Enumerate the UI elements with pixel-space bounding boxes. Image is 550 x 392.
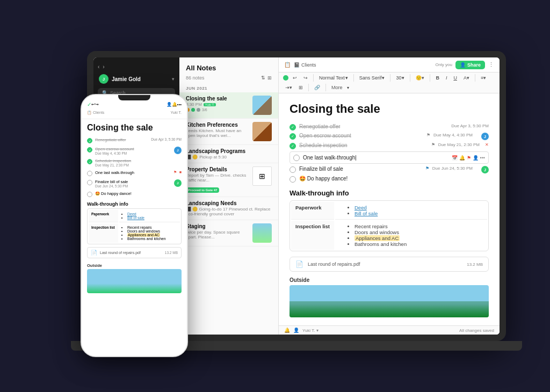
progress-1: 3/6 (202, 108, 207, 112)
task-row-1: ✓ Renegotiate offer Due Apr 3, 5:30 PM (290, 122, 489, 132)
calendar-icon-4[interactable]: 📅 (452, 155, 458, 161)
font-chevron-icon: ▾ (382, 75, 385, 81)
phone-link-bill[interactable]: Bill of sale (127, 216, 144, 220)
highlight-appliances: Appliances and AC (354, 235, 400, 241)
editor-topbar: 📋 📓 Clients Only you 👤 Share (279, 57, 500, 72)
italic-btn[interactable]: I (444, 74, 450, 82)
status-user[interactable]: Yuki T. ▾ (302, 328, 319, 333)
phone-task-due-5: Due Jun 24, 5:30 PM (95, 184, 171, 188)
status-user-chevron: ▾ (316, 328, 319, 333)
task-check-4[interactable] (293, 155, 300, 161)
phone-redo-icon[interactable]: ↪ (95, 102, 99, 107)
attachment-row[interactable]: 📄 Last round of repairs.pdf 13.2 MB (290, 257, 489, 272)
view-icon[interactable]: ⊞ (267, 75, 272, 81)
task-row-6: 🤩 Do happy dance! (290, 175, 489, 184)
note-title-6: Staging (186, 223, 249, 229)
redo-btn[interactable]: ↪ (301, 74, 310, 82)
task-check-2[interactable]: ✓ (290, 133, 296, 140)
save-status: All changes saved (459, 328, 494, 333)
task-check-6[interactable] (290, 176, 296, 183)
toolbar-divider-7 (308, 84, 309, 91)
size-dropdown[interactable]: 30 ▾ (394, 74, 407, 82)
status-user-name: Yuki T. (302, 328, 315, 333)
nav-forward-btn[interactable]: › (103, 64, 104, 70)
breadcrumb[interactable]: 📓 Clients (294, 62, 316, 68)
link-bill-of-sale[interactable]: Bill of sale (354, 210, 378, 216)
phone-task-text-2: Open escrow account (95, 147, 171, 151)
phone-task-check-2: ✓ (87, 147, 92, 153)
phone-more-icon[interactable]: ••• (177, 102, 182, 107)
task-check-3[interactable]: ✓ (290, 143, 296, 149)
avatar-icon-status[interactable]: 👤 (293, 328, 299, 333)
note-item-closing[interactable]: Closing the sale 3:30 PM Yuki T. 3/6 (179, 92, 278, 119)
notes-filter-icons[interactable]: ⇅ ⊞ (261, 75, 272, 81)
notes-group-label: JUN 2021 (179, 83, 278, 92)
more-options-icon[interactable]: ⋮ (488, 61, 494, 68)
color-btn[interactable]: A▾ (461, 74, 472, 82)
phone-table-row-inspection: Inspection list Recent repairs Doors and… (89, 223, 180, 243)
notes-panel-heading: All Notes (179, 57, 278, 74)
phone-divider (82, 119, 187, 119)
note-title-1: Closing the sale (186, 96, 249, 101)
note-item-content-2: Kitchen Preferences needs Kitchen. Must … (186, 122, 249, 141)
share-button[interactable]: 👤 Share (455, 61, 485, 69)
emoji-btn[interactable]: 🙂▾ (414, 74, 426, 82)
link-deed[interactable]: Deed (354, 205, 367, 210)
note-item-kitchen[interactable]: Kitchen Preferences needs Kitchen. Must … (179, 119, 278, 145)
editor-toolbar: ↩ ↪ Normal Text ▾ Sans Serif ▾ (279, 72, 500, 93)
phone-breadcrumb-row: 📋 Clients Yuki T. (82, 110, 187, 117)
note-meta-2: needs Kitchen. Must have an open layout … (186, 128, 249, 138)
sidebar-user[interactable]: J Jamie Gold ▾ (93, 72, 179, 86)
flag-icon-4[interactable]: ⚑ (467, 155, 471, 161)
nav-back-btn[interactable]: ‹ (98, 64, 99, 70)
sidebar-nav: ‹ › (93, 62, 179, 72)
style-dropdown[interactable]: Normal Text ▾ (317, 74, 350, 82)
task-flag-3: ⚑ (431, 142, 435, 147)
phone-doc-title: Closing the sale (82, 121, 187, 136)
phone-link-deed[interactable]: Deed (127, 212, 136, 216)
note-item-property[interactable]: Property Details Report by Tam — Drive. … (179, 163, 278, 197)
note-item-landscaping-programs[interactable]: Landscaping Programs ⬛ 🟡 Pickup at 5:30 (179, 145, 278, 163)
dot-green-1 (191, 108, 195, 112)
user-chevron-icon[interactable]: ▾ (172, 77, 174, 82)
filter-icon[interactable]: ⇅ (261, 75, 265, 81)
editor-content: Closing the sale ✓ Renegotiate offer Due… (279, 93, 500, 325)
phone-task-1: ✓ Renegotiate offer Due Apr 3, 5:30 PM (82, 136, 187, 145)
phone-user-icon: 👤 (167, 102, 172, 107)
phone-highlight-appliances: Appliances and AC (127, 233, 160, 237)
task-check-1[interactable]: ✓ (290, 124, 296, 130)
table-btn[interactable]: ⊞ (296, 84, 305, 91)
phone-attachment-name: Last round of repairs.pdf (100, 251, 141, 255)
indent-btn[interactable]: ⇥▾ (283, 84, 294, 91)
note-item-landscaping-needs[interactable]: Landscaping Needs ⬛ 🟡 Going-to-do 17 Pin… (179, 197, 278, 220)
note-title-5: Landscaping Needs (186, 200, 272, 206)
link-btn[interactable]: 🔗 (312, 84, 322, 91)
notebook-icon: 📋 (284, 62, 291, 68)
task-due-5: Due Jun 24, 5:30 PM (432, 166, 473, 171)
phone-content: ✓ ↩ ↪ 👤 🔔 ••• 📋 Clients Yuki T. Closing … (82, 95, 187, 356)
task-check-5[interactable] (290, 166, 296, 173)
bell-icon-status[interactable]: 🔔 (284, 328, 290, 333)
underline-btn[interactable]: U (451, 74, 459, 82)
bell-icon-4[interactable]: 🔔 (459, 155, 465, 161)
phone-attachment[interactable]: 📄 Last round of repairs.pdf 13.2 MB (87, 247, 182, 258)
list-btn[interactable]: ≡▾ (479, 74, 488, 82)
task-due-2: Due May 4, 4:30 PM (433, 133, 473, 137)
phone-task-text-6: 🤩 Do happy dance! (95, 191, 182, 196)
phone-breadcrumb: 📋 Clients (87, 111, 104, 115)
table-label-paperwork: Paperwork (291, 202, 334, 220)
phone-task-check-3: ✓ (87, 159, 92, 164)
undo-btn[interactable]: ↩ (291, 74, 299, 82)
phone-outside-label: Outside (82, 261, 187, 269)
phone-undo-icon[interactable]: ↩ (91, 102, 95, 107)
table-cell-inspection: Recent repairs Doors and windows Applian… (335, 221, 487, 250)
note-item-staging[interactable]: Staging twice per day. Space square apar… (179, 220, 278, 246)
more-icon-4[interactable]: ••• (480, 155, 485, 161)
more-btn[interactable]: More (329, 84, 345, 91)
person-icon-4[interactable]: 👤 (473, 155, 479, 161)
bold-btn[interactable]: B (433, 74, 442, 82)
font-dropdown[interactable]: Sans Serif ▾ (357, 74, 387, 82)
table-label-inspection: Inspection list (291, 221, 334, 250)
toolbar-divider-5 (430, 74, 430, 82)
more-chevron-icon[interactable]: ▾ (347, 85, 349, 90)
